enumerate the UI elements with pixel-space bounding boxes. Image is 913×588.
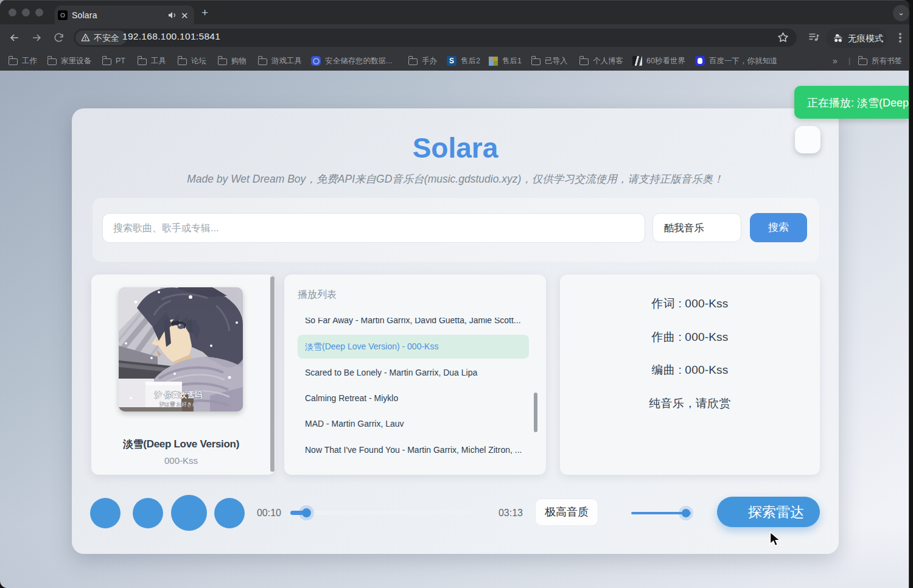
svg-text:汐は雪 お好きか: 汐は雪 お好きか: [159, 401, 198, 407]
svg-text:汐 你喜欢雪吗: 汐 你喜欢雪吗: [154, 391, 203, 399]
